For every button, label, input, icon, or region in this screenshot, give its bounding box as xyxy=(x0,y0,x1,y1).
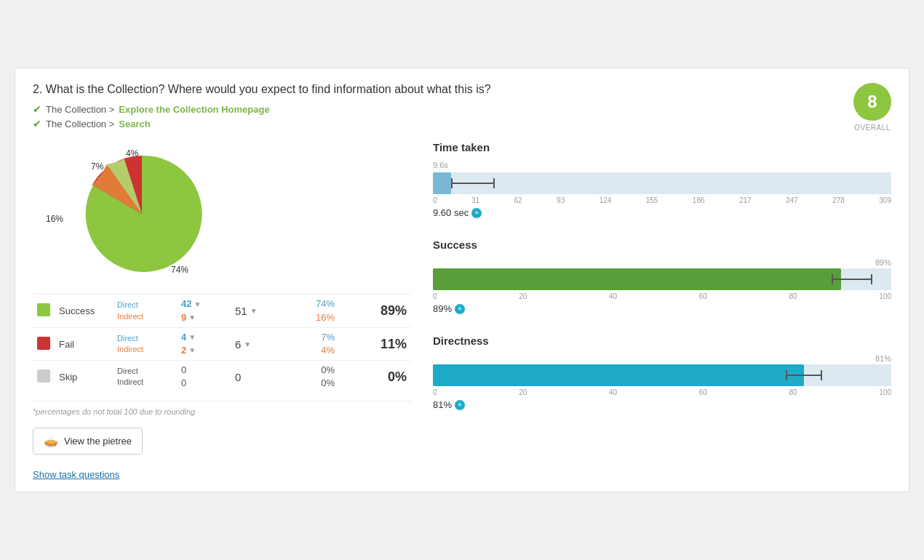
dir-indir-values-skip: 0 0 xyxy=(181,364,225,390)
overall-badge: 8 OVERALL xyxy=(853,83,891,132)
indirect-value-success: 9 xyxy=(181,311,186,324)
whisker-line xyxy=(453,183,493,184)
pcts-success: 74% 16% xyxy=(293,297,335,324)
time-plus-icon[interactable]: + xyxy=(471,208,482,218)
arrow-indirect-fail: ▼ xyxy=(188,345,196,356)
directness-bar-track xyxy=(433,364,891,386)
direct-value-success: 42 xyxy=(181,297,191,311)
breadcrumb-link-2[interactable]: Search xyxy=(119,119,150,129)
dir-indir-fail: Direct Indirect xyxy=(117,333,172,356)
pie-label-74pct: 74% xyxy=(171,265,188,275)
arrow-total-success: ▼ xyxy=(250,307,258,315)
success-bar-fill xyxy=(433,268,841,290)
pie-label-7pct: 7% xyxy=(91,161,103,172)
directness-axis-labels: 020406080100 xyxy=(433,388,891,396)
indirect-label-success: Indirect xyxy=(117,311,172,322)
total-success: 51 xyxy=(235,305,247,317)
success-pct-marker: 89% xyxy=(433,258,891,267)
success-result-label: 89% + xyxy=(433,303,891,314)
time-taken-section: Time taken 9.6s 031629312415518621724727… xyxy=(433,141,891,218)
success-bar-track xyxy=(433,268,891,290)
show-task-questions-link[interactable]: Show task questions xyxy=(33,469,119,480)
indirect-label-fail: Indirect xyxy=(117,344,172,355)
time-taken-title: Time taken xyxy=(433,141,891,153)
directness-whisker-line xyxy=(787,375,821,376)
left-panel: 4% 7% 16% 74% xyxy=(33,141,411,454)
dir-indir-values-success: 42 ▼ 9 ▼ xyxy=(181,297,225,324)
success-plus-icon[interactable]: + xyxy=(455,304,465,314)
directness-bar-fill xyxy=(433,364,804,386)
swatch-skip xyxy=(37,369,50,383)
total-pct-fail: 11% xyxy=(381,337,407,351)
total-skip: 0 xyxy=(235,371,241,383)
swatch-fail xyxy=(37,337,50,350)
breadcrumb-link-1[interactable]: Explore the Collection Homepage xyxy=(119,104,269,115)
pct-direct-success: 74% xyxy=(293,297,335,311)
directness-whisker-right xyxy=(821,370,822,380)
pie-label-16pct: 16% xyxy=(46,214,63,224)
pcts-skip: 0% 0% xyxy=(293,364,335,390)
pct-indirect-success: 16% xyxy=(293,311,335,324)
label-success: Success xyxy=(59,305,95,316)
time-value-label: 9.6s xyxy=(433,161,891,169)
time-whisker xyxy=(451,178,495,188)
success-section: Success 89% 020406080100 89% xyxy=(433,239,891,314)
directness-title: Directness xyxy=(433,335,891,347)
pcts-fail: 7% 4% xyxy=(293,331,335,357)
directness-result-label: 81% + xyxy=(433,399,891,410)
indirect-value-fail: 2 xyxy=(181,344,186,357)
breadcrumb-prefix-1: The Collection > xyxy=(46,104,114,115)
time-bar-fill xyxy=(433,172,451,194)
time-bar-track xyxy=(433,172,891,194)
total-fail: 6 xyxy=(235,338,241,351)
stats-table: Success Direct Indirect 42 xyxy=(33,294,411,393)
label-fail: Fail xyxy=(59,339,74,350)
total-pct-success: 89% xyxy=(381,303,407,318)
dir-indir-values-fail: 4 ▼ 2 ▼ xyxy=(181,331,225,357)
success-whisker-line xyxy=(833,279,871,280)
directness-whisker xyxy=(786,370,822,380)
breadcrumb-2: ✔ The Collection > Search xyxy=(33,118,891,129)
direct-value-skip: 0 xyxy=(181,364,225,377)
time-result-label: 9.60 sec + xyxy=(433,207,891,218)
overall-label: OVERALL xyxy=(854,124,891,132)
total-pct-skip: 0% xyxy=(388,369,407,384)
stats-row-skip: Skip Direct Indirect 0 0 xyxy=(33,361,411,393)
pie-label-4pct: 4% xyxy=(126,148,138,159)
pct-indirect-skip: 0% xyxy=(293,377,335,390)
stats-row-fail: Fail Direct Indirect 4 xyxy=(33,327,411,360)
arrow-direct-fail: ▼ xyxy=(188,332,196,343)
direct-label-fail: Direct xyxy=(117,333,172,344)
whisker-right-end xyxy=(493,178,495,188)
overall-score: 8 xyxy=(853,83,891,121)
breadcrumb-prefix-2: The Collection > xyxy=(46,119,114,129)
pietree-btn-label: View the pietree xyxy=(64,436,132,447)
stats-row-success: Success Direct Indirect 42 xyxy=(33,295,411,327)
check-icon-2: ✔ xyxy=(33,118,41,129)
pct-direct-fail: 7% xyxy=(293,331,335,344)
check-icon-1: ✔ xyxy=(33,103,41,115)
pct-indirect-fail: 4% xyxy=(293,344,335,357)
success-title: Success xyxy=(433,239,891,251)
arrow-direct-success: ▼ xyxy=(194,300,201,310)
swatch-success xyxy=(37,303,50,316)
rounding-note: *percentages do not total 100 due to rou… xyxy=(33,401,411,416)
footer: Show task questions xyxy=(33,469,891,480)
arrow-total-fail: ▼ xyxy=(244,340,251,348)
success-axis-labels: 020406080100 xyxy=(433,292,891,300)
breadcrumb-1: ✔ The Collection > Explore the Collectio… xyxy=(33,103,891,115)
direct-value-fail: 4 xyxy=(181,331,186,344)
pietree-icon: 🥧 xyxy=(44,434,58,448)
success-whisker xyxy=(832,274,872,284)
directness-plus-icon[interactable]: + xyxy=(455,400,465,410)
question-title: 2. What is the Collection? Where would y… xyxy=(33,83,891,96)
time-axis-labels: 0316293124155186217247278309 xyxy=(433,196,891,204)
label-skip: Skip xyxy=(59,372,77,383)
pietree-button[interactable]: 🥧 View the pietree xyxy=(33,428,143,455)
pct-direct-skip: 0% xyxy=(293,364,335,377)
direct-label-success: Direct xyxy=(117,300,172,311)
success-whisker-right xyxy=(871,274,872,284)
dir-indir-skip: Direct Indirect xyxy=(117,366,172,388)
directness-pct-marker: 81% xyxy=(433,354,891,363)
direct-label-skip: Direct xyxy=(117,366,172,377)
